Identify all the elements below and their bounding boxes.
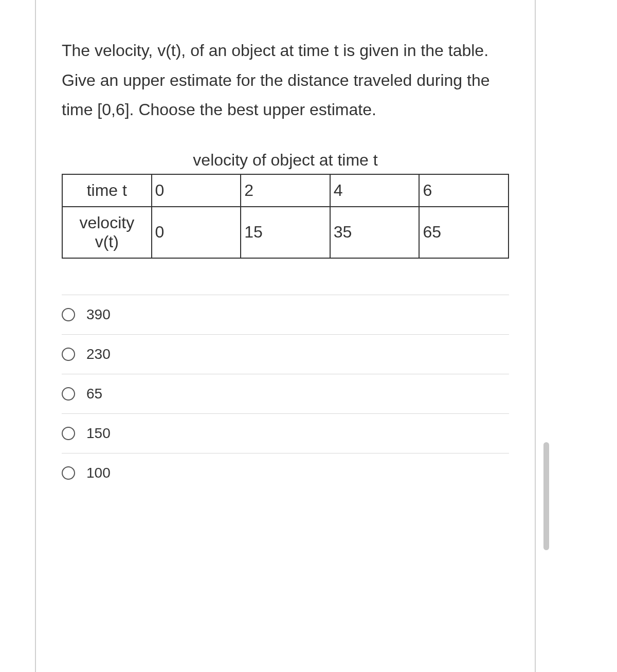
radio-icon[interactable] [62, 348, 75, 361]
answer-options: 390 230 65 150 100 [62, 295, 509, 493]
option-row[interactable]: 65 [62, 374, 509, 413]
row-label: velocity v(t) [62, 207, 152, 258]
radio-icon[interactable] [62, 308, 75, 321]
question-container: The velocity, v(t), of an object at time… [35, 0, 536, 672]
option-row[interactable]: 100 [62, 453, 509, 493]
table-cell: 15 [241, 207, 330, 258]
radio-icon[interactable] [62, 387, 75, 401]
table-row: time t 0 2 4 6 [62, 174, 509, 207]
table-cell: 6 [419, 174, 509, 207]
table-row: velocity v(t) 0 15 35 65 [62, 207, 509, 258]
option-label: 390 [86, 306, 111, 323]
option-label: 230 [86, 346, 111, 362]
question-text: The velocity, v(t), of an object at time… [62, 36, 509, 125]
table-cell: 35 [330, 207, 420, 258]
option-row[interactable]: 230 [62, 334, 509, 374]
table-cell: 65 [419, 207, 509, 258]
scrollbar-thumb[interactable] [543, 442, 549, 550]
radio-icon[interactable] [62, 466, 75, 480]
option-label: 150 [86, 425, 111, 442]
table-cell: 2 [241, 174, 330, 207]
table-cell: 0 [152, 207, 241, 258]
table-cell: 0 [152, 174, 241, 207]
row-label: time t [62, 174, 152, 207]
option-row[interactable]: 150 [62, 413, 509, 453]
option-row[interactable]: 390 [62, 295, 509, 334]
radio-icon[interactable] [62, 427, 75, 440]
table-caption: velocity of object at time t [62, 151, 509, 170]
option-label: 100 [86, 465, 111, 481]
option-label: 65 [86, 386, 102, 402]
table-cell: 4 [330, 174, 420, 207]
velocity-table: time t 0 2 4 6 velocity v(t) 0 15 35 65 [62, 174, 509, 259]
